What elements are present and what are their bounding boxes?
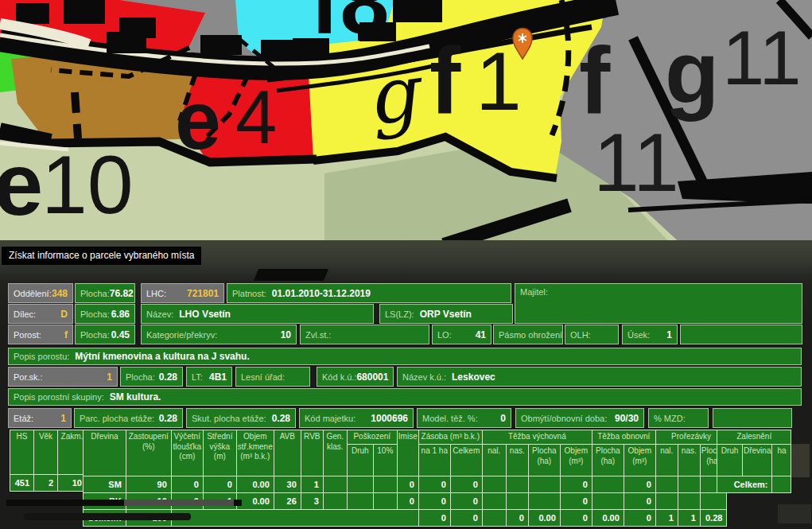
field-skut-plocha: Skut. plocha etáže: 0.28 — [186, 408, 296, 428]
field-kod-ku: Kód k.ú.: 680001 — [317, 367, 394, 387]
map-remnant-shape — [778, 504, 811, 523]
tezba-vychovna-group-header: Těžba výchovná — [482, 430, 592, 445]
map-label-f1-letter: f — [429, 28, 461, 133]
field-empty-row3 — [680, 325, 802, 344]
field-mzd: % MZD: — [648, 408, 709, 428]
field-empty-row7 — [713, 408, 792, 428]
field-model-tez: Model. těž. %: 0 — [417, 408, 511, 428]
map-label-g11-letter: g — [665, 23, 719, 123]
field-porost: Porost: f — [8, 325, 73, 344]
field-etaz: Etáž: 1 — [8, 408, 72, 428]
zalesneni-table: Zalesnění Druh Dřevina ha Celkem: — [717, 430, 791, 493]
forestry-map-app: e 10 e 4 f8 g f 1 f g 11 11 — [0, 0, 812, 529]
drevina-header: Dřevina — [84, 430, 126, 476]
field-kategorie: Kategorie/překryv: 10 — [141, 325, 297, 344]
field-porsk: Por.sk.: 1 — [8, 367, 118, 387]
field-kod-majetku: Kód majetku: 1000696 — [299, 408, 414, 428]
map-building — [261, 40, 293, 59]
map-building — [200, 35, 242, 55]
map-label-e10-number: 10 — [41, 138, 134, 231]
map-building — [393, 0, 442, 22]
map-label-11: 11 — [593, 116, 679, 208]
field-plocha-porost: Plocha: 0.45 — [75, 325, 135, 344]
field-olh: OLH: — [565, 325, 619, 344]
field-nazev-ku: Název k.ú.: Leskovec — [397, 367, 802, 387]
map-label-g11-number: 11 — [722, 15, 802, 100]
field-lo: LO: 41 — [432, 325, 491, 344]
map-label-e10-letter: e — [0, 134, 43, 234]
hs-header: HS — [10, 430, 34, 475]
forest-map-canvas[interactable]: e 10 e 4 f8 g f 1 f g 11 11 — [0, 0, 812, 245]
poskozeni-group-header: Poškození — [347, 430, 397, 445]
table-row: 451 2 10 — [10, 475, 87, 492]
field-dilec: Dílec: D — [8, 304, 73, 324]
field-popis-skupiny: Popis porostní skupiny: SM kultura. — [8, 388, 802, 406]
field-platnost: Platnost: 01.01.2010-31.12.2019 — [227, 283, 511, 303]
table-row-sm: SM 90 0 0 0.00 30 1 0 0 0 0 0 — [84, 476, 727, 493]
map-scale-bar — [6, 500, 242, 506]
map-label-e4-letter: e — [175, 74, 221, 166]
field-zvlst: Zvl.st.: — [300, 325, 429, 344]
field-lesni-urad: Lesní úřad: — [235, 367, 310, 387]
table-row-zalesneni-total: Celkem: — [717, 476, 791, 493]
field-obmyti: Obmýtí/obnovní doba: 90/30 — [515, 408, 644, 428]
field-majitel: Majitel: — [515, 283, 802, 324]
map-building — [64, 0, 105, 24]
field-pasmo: Pásmo ohrožení: D — [493, 325, 563, 344]
field-parc-plocha: Parc. plocha etáže: 0.28 — [74, 408, 183, 428]
field-plocha-dilec: Plocha: 6.86 — [75, 304, 135, 324]
field-lhc: LHC: 721801 — [141, 283, 224, 303]
tezba-obnovni-group-header: Těžba obnovní — [592, 430, 655, 445]
field-label: Oddělení: — [14, 289, 52, 298]
map-scale-text-remnant — [24, 513, 191, 520]
field-plocha-oddeleni: Plocha: 76.82 — [75, 283, 135, 303]
field-oddeleni: Oddělení: 348 — [8, 283, 73, 303]
field-popis-porostu: Popis porostu: Mýtní kmenovina a kultura… — [8, 348, 802, 365]
hs-table: HS Věk Zakm. 451 2 10 — [10, 430, 87, 492]
map-info-tooltip: Získat informace o parcele vybraného mís… — [2, 247, 201, 265]
map-building — [107, 32, 146, 53]
field-lt: LT: 4B1 — [186, 367, 232, 387]
vek-header: Věk — [34, 430, 58, 475]
field-value: 348 — [52, 288, 68, 299]
stand-detail-table: Dřevina Zastoupení (%) Výčetní tloušťka … — [83, 430, 727, 527]
field-lslz: LS(LZ): ORP Vsetín — [379, 304, 513, 324]
map-label-f8: f8 — [310, 0, 390, 53]
map-building — [16, 3, 49, 24]
field-usek: Úsek: 1 — [622, 325, 678, 344]
map-label-f1-number: 1 — [476, 35, 522, 127]
map-remnant-shape — [254, 269, 328, 281]
map-label-e4-number: 4 — [235, 76, 277, 159]
field-plocha-porsk: Plocha: 0.28 — [120, 367, 183, 387]
field-nazev: Název: LHO Vsetín — [141, 304, 374, 324]
zasoba-group-header: Zásoba (m³ b.k.) — [418, 430, 482, 445]
zalesneni-group-header: Zalesnění — [717, 430, 791, 445]
